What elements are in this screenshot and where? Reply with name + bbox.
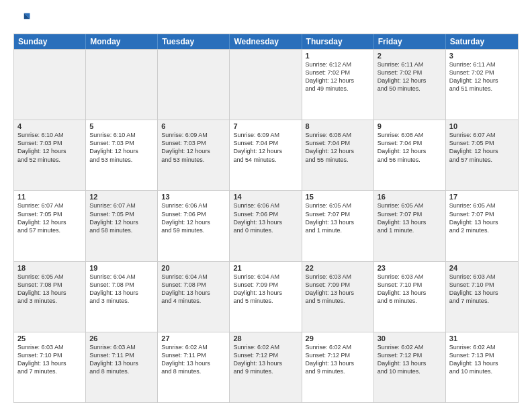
calendar-day-cell: 8Sunrise: 6:08 AM Sunset: 7:04 PM Daylig… [302, 120, 374, 190]
day-info: Sunrise: 6:05 AM Sunset: 7:08 PM Dayligh… [17, 273, 82, 306]
day-number: 18 [17, 264, 82, 272]
day-number: 23 [378, 264, 442, 272]
day-info: Sunrise: 6:11 AM Sunset: 7:02 PM Dayligh… [449, 60, 515, 93]
calendar-day-cell: 27Sunrise: 6:02 AM Sunset: 7:11 PM Dayli… [158, 332, 230, 402]
day-number: 27 [161, 334, 226, 342]
day-info: Sunrise: 6:09 AM Sunset: 7:04 PM Dayligh… [233, 131, 298, 164]
calendar-day-cell: 28Sunrise: 6:02 AM Sunset: 7:12 PM Dayli… [230, 332, 302, 402]
calendar-day-cell: 29Sunrise: 6:02 AM Sunset: 7:12 PM Dayli… [302, 332, 374, 402]
day-info: Sunrise: 6:04 AM Sunset: 7:08 PM Dayligh… [161, 273, 226, 306]
day-info: Sunrise: 6:02 AM Sunset: 7:12 PM Dayligh… [233, 343, 298, 376]
day-number: 29 [306, 334, 370, 342]
header [13, 11, 519, 30]
calendar-day-cell: 21Sunrise: 6:04 AM Sunset: 7:09 PM Dayli… [230, 262, 302, 332]
calendar-day-cell: 18Sunrise: 6:05 AM Sunset: 7:08 PM Dayli… [14, 262, 86, 332]
day-info: Sunrise: 6:04 AM Sunset: 7:09 PM Dayligh… [233, 273, 298, 306]
day-number: 25 [17, 334, 82, 342]
day-info: Sunrise: 6:11 AM Sunset: 7:02 PM Dayligh… [378, 60, 442, 93]
logo-icon [13, 11, 32, 30]
calendar-day-cell: 22Sunrise: 6:03 AM Sunset: 7:09 PM Dayli… [302, 262, 374, 332]
calendar-day-cell: 12Sunrise: 6:07 AM Sunset: 7:05 PM Dayli… [86, 191, 158, 261]
calendar-day-cell: 14Sunrise: 6:06 AM Sunset: 7:06 PM Dayli… [230, 191, 302, 261]
calendar-row: 18Sunrise: 6:05 AM Sunset: 7:08 PM Dayli… [14, 261, 518, 332]
calendar-day-cell: 3Sunrise: 6:11 AM Sunset: 7:02 PM Daylig… [446, 50, 518, 120]
calendar-day-cell: 26Sunrise: 6:03 AM Sunset: 7:11 PM Dayli… [86, 332, 158, 402]
calendar-day-cell: 6Sunrise: 6:09 AM Sunset: 7:03 PM Daylig… [158, 120, 230, 190]
day-number: 8 [306, 122, 370, 130]
day-info: Sunrise: 6:03 AM Sunset: 7:09 PM Dayligh… [306, 273, 370, 306]
day-info: Sunrise: 6:10 AM Sunset: 7:03 PM Dayligh… [17, 131, 82, 164]
weekday-header: Wednesday [230, 34, 302, 49]
day-number: 3 [449, 52, 515, 60]
day-info: Sunrise: 6:03 AM Sunset: 7:10 PM Dayligh… [449, 273, 515, 306]
calendar-day-cell: 25Sunrise: 6:03 AM Sunset: 7:10 PM Dayli… [14, 332, 86, 402]
calendar-day-cell: 2Sunrise: 6:11 AM Sunset: 7:02 PM Daylig… [374, 50, 446, 120]
page: SundayMondayTuesdayWednesdayThursdayFrid… [0, 0, 532, 411]
logo [13, 11, 35, 30]
calendar-day-cell: 19Sunrise: 6:04 AM Sunset: 7:08 PM Dayli… [86, 262, 158, 332]
calendar-row: 1Sunrise: 6:12 AM Sunset: 7:02 PM Daylig… [14, 49, 518, 120]
calendar-day-cell: 5Sunrise: 6:10 AM Sunset: 7:03 PM Daylig… [86, 120, 158, 190]
day-info: Sunrise: 6:03 AM Sunset: 7:10 PM Dayligh… [378, 273, 442, 306]
empty-cell [230, 50, 302, 120]
calendar-day-cell: 4Sunrise: 6:10 AM Sunset: 7:03 PM Daylig… [14, 120, 86, 190]
day-number: 26 [89, 334, 154, 342]
day-number: 22 [306, 264, 370, 272]
weekday-header: Tuesday [158, 34, 230, 49]
day-number: 1 [306, 52, 370, 60]
day-number: 20 [161, 264, 226, 272]
day-number: 6 [161, 122, 226, 130]
calendar-day-cell: 31Sunrise: 6:02 AM Sunset: 7:13 PM Dayli… [446, 332, 518, 402]
calendar-day-cell: 20Sunrise: 6:04 AM Sunset: 7:08 PM Dayli… [158, 262, 230, 332]
calendar-day-cell: 23Sunrise: 6:03 AM Sunset: 7:10 PM Dayli… [374, 262, 446, 332]
empty-cell [86, 50, 158, 120]
calendar-row: 11Sunrise: 6:07 AM Sunset: 7:05 PM Dayli… [14, 190, 518, 261]
day-info: Sunrise: 6:02 AM Sunset: 7:11 PM Dayligh… [161, 343, 226, 376]
day-info: Sunrise: 6:06 AM Sunset: 7:06 PM Dayligh… [161, 201, 226, 234]
day-number: 17 [449, 193, 515, 201]
calendar-day-cell: 30Sunrise: 6:02 AM Sunset: 7:12 PM Dayli… [374, 332, 446, 402]
calendar-day-cell: 7Sunrise: 6:09 AM Sunset: 7:04 PM Daylig… [230, 120, 302, 190]
weekday-header: Friday [374, 34, 446, 49]
day-info: Sunrise: 6:02 AM Sunset: 7:12 PM Dayligh… [378, 343, 442, 376]
calendar-row: 25Sunrise: 6:03 AM Sunset: 7:10 PM Dayli… [14, 332, 518, 402]
day-info: Sunrise: 6:09 AM Sunset: 7:03 PM Dayligh… [161, 131, 226, 164]
calendar-day-cell: 17Sunrise: 6:05 AM Sunset: 7:07 PM Dayli… [446, 191, 518, 261]
weekday-header: Saturday [446, 34, 518, 49]
day-info: Sunrise: 6:05 AM Sunset: 7:07 PM Dayligh… [378, 201, 442, 234]
day-number: 15 [306, 193, 370, 201]
day-info: Sunrise: 6:07 AM Sunset: 7:05 PM Dayligh… [89, 201, 154, 234]
day-number: 21 [233, 264, 298, 272]
day-number: 14 [233, 193, 298, 201]
day-info: Sunrise: 6:03 AM Sunset: 7:10 PM Dayligh… [17, 343, 82, 376]
calendar: SundayMondayTuesdayWednesdayThursdayFrid… [13, 34, 519, 403]
day-number: 31 [449, 334, 515, 342]
day-number: 4 [17, 122, 82, 130]
day-number: 11 [17, 193, 82, 201]
day-number: 28 [233, 334, 298, 342]
calendar-day-cell: 24Sunrise: 6:03 AM Sunset: 7:10 PM Dayli… [446, 262, 518, 332]
day-info: Sunrise: 6:07 AM Sunset: 7:05 PM Dayligh… [17, 201, 82, 234]
calendar-day-cell: 10Sunrise: 6:07 AM Sunset: 7:05 PM Dayli… [446, 120, 518, 190]
day-info: Sunrise: 6:02 AM Sunset: 7:12 PM Dayligh… [306, 343, 370, 376]
calendar-day-cell: 1Sunrise: 6:12 AM Sunset: 7:02 PM Daylig… [302, 50, 374, 120]
day-info: Sunrise: 6:07 AM Sunset: 7:05 PM Dayligh… [449, 131, 515, 164]
day-number: 7 [233, 122, 298, 130]
weekday-header: Monday [86, 34, 158, 49]
day-info: Sunrise: 6:08 AM Sunset: 7:04 PM Dayligh… [306, 131, 370, 164]
calendar-day-cell: 13Sunrise: 6:06 AM Sunset: 7:06 PM Dayli… [158, 191, 230, 261]
weekday-header: Thursday [302, 34, 374, 49]
day-number: 16 [378, 193, 442, 201]
day-number: 12 [89, 193, 154, 201]
calendar-body: 1Sunrise: 6:12 AM Sunset: 7:02 PM Daylig… [14, 49, 518, 402]
day-number: 13 [161, 193, 226, 201]
day-info: Sunrise: 6:12 AM Sunset: 7:02 PM Dayligh… [306, 60, 370, 93]
calendar-day-cell: 11Sunrise: 6:07 AM Sunset: 7:05 PM Dayli… [14, 191, 86, 261]
day-info: Sunrise: 6:03 AM Sunset: 7:11 PM Dayligh… [89, 343, 154, 376]
calendar-day-cell: 16Sunrise: 6:05 AM Sunset: 7:07 PM Dayli… [374, 191, 446, 261]
day-number: 10 [449, 122, 515, 130]
day-number: 9 [378, 122, 442, 130]
calendar-header: SundayMondayTuesdayWednesdayThursdayFrid… [14, 34, 518, 49]
day-number: 30 [378, 334, 442, 342]
weekday-header: Sunday [14, 34, 86, 49]
